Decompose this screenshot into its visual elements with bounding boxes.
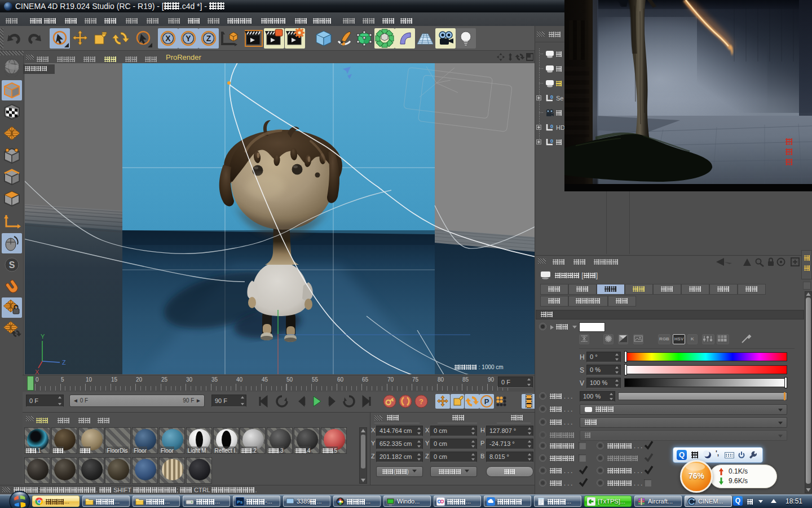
- svg-text:Z: Z: [62, 359, 66, 366]
- svg-text:P: P: [484, 397, 489, 406]
- svg-text:0: 0: [550, 94, 553, 100]
- svg-text:0: 0: [550, 138, 553, 144]
- svg-text:Y: Y: [186, 34, 191, 43]
- svg-text:0: 0: [550, 124, 553, 129]
- svg-text:X: X: [35, 369, 39, 374]
- svg-text:?: ?: [419, 397, 423, 406]
- svg-text:Z: Z: [206, 34, 211, 43]
- svg-text:S: S: [9, 260, 15, 270]
- svg-text:Ps: Ps: [237, 500, 243, 505]
- svg-text:X: X: [165, 34, 171, 43]
- svg-text:Y: Y: [41, 333, 45, 340]
